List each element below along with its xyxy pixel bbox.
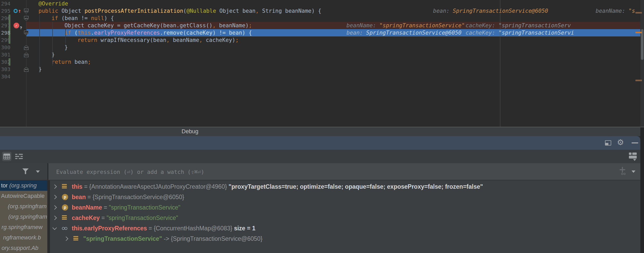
- debug-session-toolbar: ⚙: [0, 136, 640, 150]
- code-line-302[interactable]: 302return bean;: [0, 58, 644, 66]
- variable-text: bean = {SpringTransactionService@6050}: [72, 192, 184, 202]
- ide-window: 294@Override295↑public Object postProces…: [0, 0, 644, 253]
- override-method-icon[interactable]: [14, 9, 18, 13]
- code-line-296[interactable]: 296if (bean != null) {: [0, 15, 644, 22]
- float-window-icon[interactable]: [605, 140, 611, 146]
- field-icon: [62, 184, 67, 189]
- inline-debugger-hint[interactable]: cacheKey: "springTransactionServi: [466, 29, 574, 36]
- debug-view-toolbar: [0, 150, 640, 163]
- stack-frame-row[interactable]: ory.support.Ab: [0, 243, 47, 253]
- pane-divider[interactable]: [47, 180, 50, 253]
- expand-chevron-icon[interactable]: [53, 185, 57, 189]
- code-line-300[interactable]: 300}: [0, 44, 644, 51]
- stack-frame-row[interactable]: ngframework.b: [0, 232, 47, 243]
- field-icon: [73, 236, 78, 241]
- parameter-icon: p: [62, 194, 68, 200]
- code-line-299[interactable]: 299return wrapIfNecessary(bean, beanName…: [0, 36, 644, 44]
- stripe-mark: [635, 80, 642, 81]
- evaluate-expression-bar[interactable]: [48, 163, 640, 180]
- debug-toolwindow-header: Debug: [0, 127, 644, 136]
- stack-frame-row[interactable]: tor (org.spring: [0, 180, 47, 191]
- minimize-icon[interactable]: [632, 142, 638, 143]
- line-number: 298: [1, 29, 11, 36]
- variable-row[interactable]: pbean = {SpringTransactionService@6050}: [50, 192, 640, 202]
- code-line-301[interactable]: 301}: [0, 51, 644, 58]
- indent-guide: [39, 15, 40, 73]
- stack-frame-row[interactable]: (org.springfram: [0, 212, 47, 222]
- variable-row[interactable]: this.earlyProxyReferences = {ConcurrentH…: [50, 223, 640, 233]
- expand-chevron-icon[interactable]: [53, 205, 57, 210]
- code-line-304[interactable]: 304: [0, 73, 644, 80]
- code-line-295[interactable]: 295↑public Object postProcessAfterInitia…: [0, 7, 644, 15]
- code-line-297[interactable]: 297✓?Object cacheKey = getCacheKey(bean.…: [0, 22, 644, 29]
- variable-text: "springTransactionService" -> {SpringTra…: [83, 233, 262, 244]
- inline-debugger-hint[interactable]: bean: SpringTransactionService@6050: [346, 29, 462, 36]
- variables-pane[interactable]: this = {AnnotationAwareAspectJAutoProxyC…: [50, 180, 640, 253]
- stripe-mark: [635, 32, 642, 33]
- code-text: }: [38, 66, 42, 73]
- stack-frame-row[interactable]: rg.springframew: [0, 222, 47, 232]
- variable-text: cacheKey = "springTransactionService": [72, 213, 178, 223]
- code-line-298[interactable]: 298if (this.earlyProxyReferences.remove(…: [0, 29, 644, 36]
- code-line-303[interactable]: 303}: [0, 66, 644, 73]
- table-view-icon: [3, 154, 10, 159]
- expand-chevron-icon[interactable]: [53, 226, 57, 230]
- line-number: 294: [1, 0, 11, 7]
- stack-frame-row[interactable]: AutowireCapable: [0, 191, 47, 201]
- expand-chevron-icon[interactable]: [64, 237, 68, 241]
- code-text: Object cacheKey = getCacheKey(bean.getCl…: [65, 22, 252, 29]
- indent-guide: [52, 22, 53, 66]
- code-text: }: [65, 44, 68, 51]
- inline-debugger-hint[interactable]: beanName: "s: [596, 7, 635, 15]
- field-icon: [62, 215, 67, 220]
- editor-scrollbar-track[interactable]: [640, 0, 644, 127]
- threads-view-icon[interactable]: [15, 154, 23, 159]
- indent-guide: [65, 29, 66, 44]
- table-view-button[interactable]: [2, 152, 11, 161]
- gutter-separator: [26, 0, 27, 127]
- evaluate-expression-input[interactable]: [56, 163, 598, 180]
- filter-chevron-icon[interactable]: [36, 170, 40, 173]
- inline-debugger-hint[interactable]: cacheKey: "springTransactionServ: [466, 22, 571, 29]
- inline-debugger-hint[interactable]: bean: SpringTransactionService@6050: [433, 7, 548, 15]
- variable-row[interactable]: pbeanName = "springTransactionService": [50, 202, 640, 213]
- filter-icon[interactable]: [22, 168, 29, 174]
- code-text: if (this.earlyProxyReferences.remove(cac…: [65, 29, 252, 36]
- variable-text: beanName = "springTransactionService": [72, 202, 181, 213]
- breakpoint-condition-badge: ?: [20, 24, 22, 31]
- editor-scrollbar-thumb[interactable]: [641, 29, 643, 60]
- expand-evaluate-chevron-icon[interactable]: [632, 170, 635, 173]
- line-number: 300: [1, 44, 11, 51]
- tab-debug[interactable]: Debug: [182, 127, 198, 136]
- variable-row[interactable]: this = {AnnotationAwareAspectJAutoProxyC…: [50, 181, 640, 192]
- inline-debugger-hint[interactable]: beanName: "springTransactionService": [346, 22, 465, 29]
- layout-settings-icon[interactable]: [629, 153, 637, 160]
- code-editor[interactable]: 294@Override295↑public Object postProces…: [0, 0, 644, 127]
- code-text: return bean;: [51, 58, 91, 66]
- parameter-icon: p: [62, 204, 68, 211]
- breakpoint-icon[interactable]: ✓: [14, 23, 19, 28]
- line-number: 302: [1, 58, 11, 66]
- expand-chevron-icon[interactable]: [53, 195, 57, 199]
- line-number: 299: [1, 36, 11, 44]
- settings-gear-icon[interactable]: ⚙: [617, 138, 624, 146]
- stripe-mark: [635, 12, 642, 14]
- expand-chevron-icon[interactable]: [53, 216, 57, 220]
- stack-frame-row[interactable]: (org.springfram: [0, 201, 47, 212]
- frames-toolbar: [0, 163, 47, 180]
- code-text: if (bean != null) {: [51, 15, 114, 22]
- watch-icon: [62, 227, 68, 230]
- line-number: 301: [1, 51, 11, 58]
- code-text: public Object postProcessAfterInitializa…: [38, 7, 321, 15]
- override-arrow-icon: ↑: [18, 7, 21, 15]
- variable-row[interactable]: "springTransactionService" -> {SpringTra…: [50, 233, 640, 244]
- add-watch-icon[interactable]: [620, 167, 627, 176]
- editor-lines: 294@Override295↑public Object postProces…: [0, 0, 644, 80]
- code-text: @Override: [38, 0, 68, 7]
- variable-row[interactable]: cacheKey = "springTransactionService": [50, 213, 640, 223]
- code-line-294[interactable]: 294@Override: [0, 0, 644, 7]
- code-text: return wrapIfNecessary(bean, beanName, c…: [78, 36, 239, 44]
- line-number: 296: [1, 15, 11, 22]
- right-margin-guide: [500, 0, 500, 127]
- stack-frames-pane[interactable]: tor (org.springAutowireCapable(org.sprin…: [0, 180, 47, 253]
